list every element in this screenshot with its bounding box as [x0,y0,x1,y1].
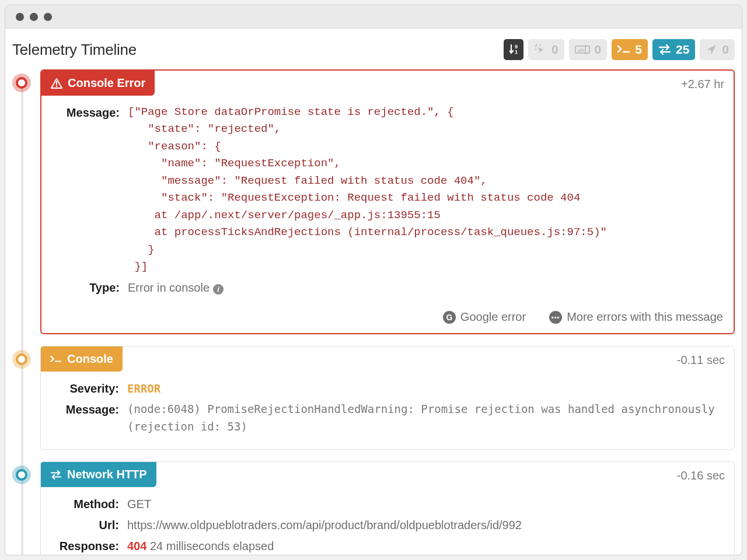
click-count: 0 [551,43,558,57]
card-header: Network HTTP -0.16 sec [41,462,734,487]
url-field: Url: https://www.oldpueblotraders.com/ap… [51,516,724,534]
field-label: Url: [51,516,127,534]
event-marker-icon [12,74,31,92]
card-actions: G Google error ••• More errors with this… [41,310,734,333]
window-titlebar [5,5,742,29]
console-message: (node:6048) PromiseRejectionHandledWarni… [127,401,724,435]
field-label: Message: [52,104,128,121]
event-timestamp: +2.67 hr [681,78,724,91]
error-message-content: ["Page Store dataOrPromise state is reje… [128,104,723,275]
field-label: Message: [51,401,127,418]
event-card[interactable]: Console -0.11 sec Severity: ERROR Messag [40,346,735,450]
event-tag: Console [41,346,123,372]
action-label: Google error [460,310,526,324]
page-title: Telemetry Timeline [12,41,137,59]
field-value: ["Page Store dataOrPromise state is reje… [128,104,723,275]
network-filter-badge[interactable]: 25 [652,39,695,60]
field-value: Error in consolei [128,279,723,296]
terminal-icon [50,355,62,363]
ellipsis-icon: ••• [549,311,562,324]
field-value: 404 24 milliseconds elapsed [127,537,724,555]
card-body: Message: ["Page Store dataOrPromise stat… [41,96,734,310]
severity-value: ERROR [127,382,160,395]
event-timestamp: -0.16 sec [677,469,725,482]
action-label: More errors with this message [567,310,723,324]
field-label: Response: [51,537,127,555]
window-minimize-icon[interactable] [30,13,38,21]
sort-icon: 91 [509,44,518,55]
card-body: Severity: ERROR Message: (node:6048) Pro… [41,372,734,449]
type-value: Error in console [128,281,210,294]
field-label: Method: [51,495,127,513]
event-tag: Console Error [41,71,155,96]
event-tag-label: Console [67,352,113,366]
timeline-event: Console Error +2.67 hr Message: ["Page S… [40,69,735,334]
text-input-icon: ab [575,44,590,55]
header-row: Telemetry Timeline 91 0 ab 0 5 [12,39,735,69]
network-swap-icon [658,44,671,55]
google-error-link[interactable]: G Google error [443,310,526,324]
severity-field: Severity: ERROR [51,380,724,397]
event-tag-label: Network HTTP [67,468,147,481]
event-marker-icon [12,350,31,369]
event-card[interactable]: Console Error +2.67 hr Message: ["Page S… [40,69,735,334]
svg-text:ab: ab [578,47,584,53]
field-value: ERROR [127,380,724,397]
url-value: https://www.oldpueblotraders.com/api/pro… [127,516,724,534]
message-field: Message: ["Page Store dataOrPromise stat… [52,104,723,275]
response-code: 404 [127,540,146,552]
window-maximize-icon[interactable] [44,13,52,21]
card-header: Console Error +2.67 hr [41,71,734,96]
nav-count: 0 [722,43,729,57]
window-close-icon[interactable] [16,13,24,21]
method-field: Method: GET [51,495,724,513]
event-card[interactable]: Network HTTP -0.16 sec Method: GET Url: … [40,461,735,555]
event-marker-icon [12,466,31,484]
console-count: 5 [635,43,642,57]
response-time: 24 milliseconds elapsed [150,540,274,552]
filter-badges: 91 0 ab 0 5 25 [504,39,735,60]
nav-filter-badge[interactable]: 0 [700,39,735,60]
google-icon: G [443,311,456,324]
cursor-click-icon [534,43,547,56]
response-field: Response: 404 24 milliseconds elapsed [51,537,724,555]
svg-point-7 [56,85,57,86]
app-window: Telemetry Timeline 91 0 ab 0 5 [5,5,742,555]
input-count: 0 [595,43,602,57]
event-tag: Network HTTP [41,462,156,487]
timeline-event: Console -0.11 sec Severity: ERROR Messag [40,346,735,450]
warning-triangle-icon [51,78,62,89]
sort-badge[interactable]: 91 [504,39,523,60]
timeline: Console Error +2.67 hr Message: ["Page S… [12,69,735,555]
input-filter-badge[interactable]: ab 0 [569,39,608,60]
timeline-event: Network HTTP -0.16 sec Method: GET Url: … [40,461,735,555]
more-errors-link[interactable]: ••• More errors with this message [549,310,723,324]
click-filter-badge[interactable]: 0 [528,39,564,60]
field-label: Severity: [51,380,127,397]
method-value: GET [127,495,724,513]
type-field: Type: Error in consolei [52,279,723,296]
content-area: Telemetry Timeline 91 0 ab 0 5 [5,29,742,555]
message-field: Message: (node:6048) PromiseRejectionHan… [51,401,724,435]
card-body: Method: GET Url: https://www.oldpueblotr… [41,487,734,555]
info-icon[interactable]: i [213,284,224,295]
network-swap-icon [50,470,62,480]
network-count: 25 [676,43,689,57]
event-tag-label: Console Error [68,76,145,90]
field-label: Type: [52,279,128,296]
card-header: Console -0.11 sec [41,346,734,372]
event-timestamp: -0.11 sec [677,354,725,367]
console-filter-badge[interactable]: 5 [612,39,648,60]
location-arrow-icon [706,44,717,55]
terminal-icon [617,45,630,54]
svg-text:1: 1 [515,49,518,55]
